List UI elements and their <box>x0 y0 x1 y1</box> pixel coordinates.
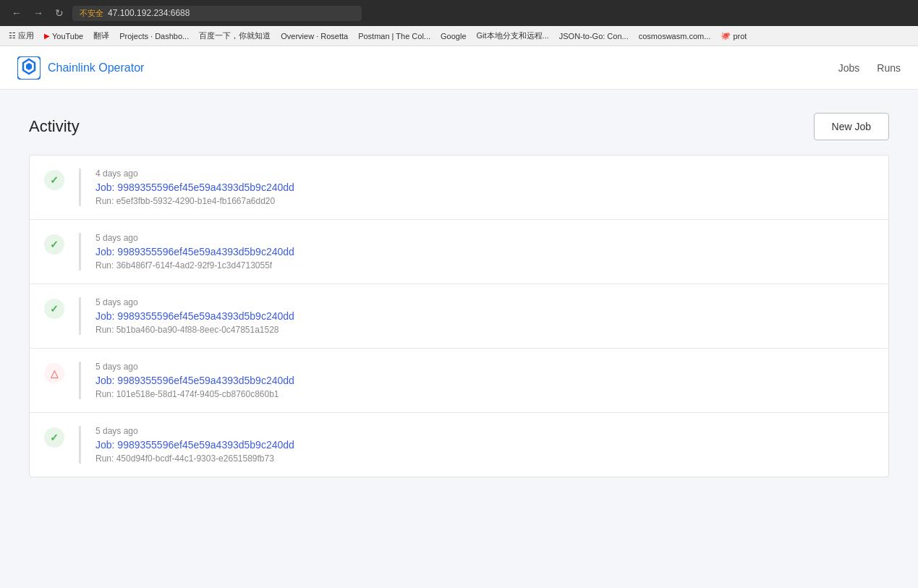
forward-button[interactable]: → <box>30 6 46 20</box>
activity-content: 5 days ago Job: 9989355596ef45e59a4393d5… <box>95 233 874 270</box>
activity-time: 4 days ago <box>95 169 874 179</box>
activity-content: 4 days ago Job: 9989355596ef45e59a4393d5… <box>95 169 874 206</box>
left-border <box>79 233 81 270</box>
bookmarks-bar: ☷ 应用 ▶ YouTube 翻译 Projects · Dashbo... 百… <box>0 26 918 46</box>
bookmark-postman[interactable]: Postman | The Col... <box>355 30 433 42</box>
page-header: Activity New Job <box>29 113 889 140</box>
refresh-button[interactable]: ↻ <box>52 6 67 20</box>
address-text: 47.100.192.234:6688 <box>108 8 190 18</box>
github-icon: 🐙 <box>721 31 731 41</box>
activity-run: Run: 36b486f7-614f-4ad2-92f9-1c3d4713055… <box>95 260 874 270</box>
activity-job-link[interactable]: Job: 9989355596ef45e59a4393d5b9c240dd <box>95 310 874 322</box>
nav-runs[interactable]: Runs <box>877 62 901 74</box>
activity-content: 5 days ago Job: 9989355596ef45e59a4393d5… <box>95 362 874 399</box>
activity-job-link[interactable]: Job: 9989355596ef45e59a4393d5b9c240dd <box>95 375 874 386</box>
browser-chrome: ← → ↻ 不安全 47.100.192.234:6688 <box>0 0 918 26</box>
status-icon-success: ✓ <box>44 427 64 448</box>
bookmark-projects[interactable]: Projects · Dashbo... <box>116 30 192 42</box>
status-icon-success: ✓ <box>44 170 64 190</box>
new-job-button[interactable]: New Job <box>814 113 889 140</box>
bookmark-translate[interactable]: 翻译 <box>90 29 112 43</box>
activity-job-link[interactable]: Job: 9989355596ef45e59a4393d5b9c240dd <box>95 439 874 451</box>
bookmark-cosmoswasm[interactable]: cosmoswasm.com... <box>636 30 714 42</box>
nav-links: Jobs Runs <box>838 62 901 74</box>
activity-run: Run: 450d94f0-bcdf-44c1-9303-e2651589fb7… <box>95 453 874 464</box>
activity-run: Run: 101e518e-58d1-474f-9405-cb8760c860b… <box>95 389 874 399</box>
back-button[interactable]: ← <box>9 6 25 20</box>
security-warning: 不安全 <box>80 8 103 19</box>
activity-list: ✓ 4 days ago Job: 9989355596ef45e59a4393… <box>29 155 889 477</box>
bookmark-baidu[interactable]: 百度一下，你就知道 <box>196 29 273 43</box>
activity-item: △ 5 days ago Job: 9989355596ef45e59a4393… <box>30 349 888 413</box>
app-header: Chainlink Operator Jobs Runs <box>0 46 918 90</box>
activity-content: 5 days ago Job: 9989355596ef45e59a4393d5… <box>95 426 874 464</box>
bookmark-google[interactable]: Google <box>438 30 469 42</box>
activity-time: 5 days ago <box>95 426 874 436</box>
left-border <box>79 362 81 399</box>
bookmark-youtube[interactable]: ▶ YouTube <box>41 30 86 42</box>
app-logo[interactable]: Chainlink Operator <box>17 56 144 80</box>
activity-item: ✓ 5 days ago Job: 9989355596ef45e59a4393… <box>30 284 888 349</box>
activity-content: 5 days ago Job: 9989355596ef45e59a4393d5… <box>95 297 874 335</box>
activity-job-link[interactable]: Job: 9989355596ef45e59a4393d5b9c240dd <box>95 182 874 193</box>
activity-item: ✓ 5 days ago Job: 9989355596ef45e59a4393… <box>30 220 888 284</box>
activity-time: 5 days ago <box>95 362 874 372</box>
activity-job-link[interactable]: Job: 9989355596ef45e59a4393d5b9c240dd <box>95 246 874 257</box>
activity-item: ✓ 5 days ago Job: 9989355596ef45e59a4393… <box>30 413 888 477</box>
chainlink-logo-icon <box>17 56 41 80</box>
left-border <box>79 426 81 464</box>
page-title: Activity <box>29 117 80 136</box>
status-icon-error: △ <box>44 363 64 383</box>
activity-item: ✓ 4 days ago Job: 9989355596ef45e59a4393… <box>30 155 888 220</box>
bookmark-prot[interactable]: 🐙 prot <box>718 30 749 42</box>
nav-jobs[interactable]: Jobs <box>838 62 860 74</box>
address-bar[interactable]: 不安全 47.100.192.234:6688 <box>72 6 362 21</box>
activity-run: Run: e5ef3fbb-5932-4290-b1e4-fb1667a6dd2… <box>95 196 874 206</box>
activity-time: 5 days ago <box>95 297 874 307</box>
activity-run: Run: 5b1ba460-ba90-4f88-8eec-0c47851a152… <box>95 325 874 335</box>
app-name: Chainlink Operator <box>48 61 144 74</box>
bookmark-overview[interactable]: Overview · Rosetta <box>278 30 351 42</box>
main-content: Activity New Job ✓ 4 days ago Job: 99893… <box>0 90 918 500</box>
bookmark-json2go[interactable]: JSON-to-Go: Con... <box>556 30 632 42</box>
activity-time: 5 days ago <box>95 233 874 243</box>
bookmark-git[interactable]: Git本地分支和远程... <box>474 29 552 43</box>
left-border <box>79 169 81 206</box>
status-icon-success: ✓ <box>44 299 64 319</box>
bookmark-apps[interactable]: ☷ 应用 <box>6 29 37 43</box>
status-icon-success: ✓ <box>44 234 64 255</box>
left-border <box>79 297 81 335</box>
